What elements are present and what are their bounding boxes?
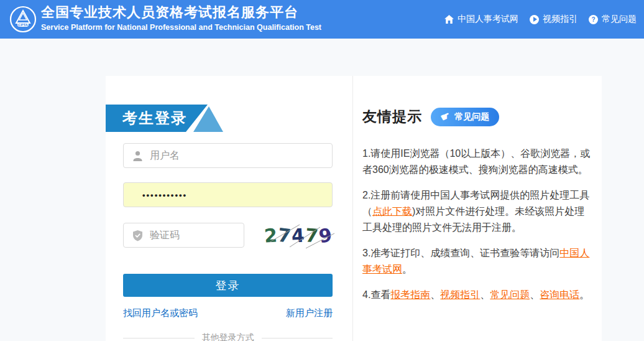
- nav-faq[interactable]: ? 常见问题: [589, 14, 637, 25]
- tips-list: 1.请使用IE浏览器（10以上版本）、谷歌浏览器，或者360浏览器的极速模式、搜…: [362, 146, 591, 312]
- login-links-row: 找回用户名或密码 新用户注册: [123, 307, 333, 319]
- nav-cpta-site[interactable]: 中国人事考试网: [444, 14, 518, 25]
- cpta-logo: CPTA: [9, 5, 37, 34]
- captcha-image[interactable]: 27479: [261, 221, 336, 250]
- header: CPTA 全国专业技术人员资格考试报名服务平台 Service Platform…: [0, 0, 644, 39]
- password-input[interactable]: [124, 183, 332, 207]
- tip-text: 。: [579, 289, 589, 300]
- tip-text: 4.查看: [362, 289, 390, 300]
- question-icon: ?: [589, 15, 598, 24]
- other-login-divider: 其他登录方式: [123, 332, 333, 341]
- login-button[interactable]: 登录: [123, 274, 333, 297]
- tip-text: 1.请使用IE浏览器（10以上版本）、谷歌浏览器，或者360浏览器的极速模式、搜…: [362, 148, 590, 175]
- register-link[interactable]: 新用户注册: [286, 307, 333, 319]
- tip-link[interactable]: 报考指南: [390, 289, 430, 300]
- username-field[interactable]: [123, 143, 333, 168]
- faq-button[interactable]: ☛ 常见问题: [431, 108, 499, 126]
- nav-label: 常见问题: [602, 14, 637, 25]
- password-field[interactable]: [123, 182, 333, 207]
- site-title: 全国专业技术人员资格考试报名服务平台: [41, 4, 321, 21]
- site-title-block: 全国专业技术人员资格考试报名服务平台 Service Platform for …: [41, 4, 321, 32]
- tip-text: 。: [402, 264, 412, 274]
- captcha-field[interactable]: [123, 223, 244, 248]
- play-icon: [530, 15, 539, 24]
- pointing-hand-icon: ☛: [439, 110, 452, 124]
- divider-line: [123, 338, 195, 339]
- tips-header: 友情提示 ☛ 常见问题: [362, 107, 499, 126]
- divider-line: [262, 338, 333, 339]
- user-icon: [132, 150, 144, 162]
- tip-link[interactable]: 视频指引: [440, 289, 480, 300]
- login-panel-title: 考生登录: [122, 105, 187, 132]
- site-subtitle: Service Platform for National Profession…: [41, 22, 321, 32]
- svg-text:CPTA: CPTA: [18, 23, 29, 27]
- shield-icon: [132, 230, 144, 241]
- tip-text: 、: [430, 289, 440, 300]
- tip-link[interactable]: 点此下载: [372, 206, 412, 217]
- nav-label: 视频指引: [543, 14, 577, 25]
- tip-link[interactable]: 常见问题: [490, 289, 530, 300]
- forgot-password-link[interactable]: 找回用户名或密码: [123, 307, 198, 319]
- captcha-noise-lines: [261, 221, 336, 250]
- tip-item: 2.注册前请使用中国人事考试网提供的照片处理工具（点此下载)对照片文件进行处理。…: [362, 187, 591, 236]
- nav-video-guide[interactable]: 视频指引: [530, 14, 577, 25]
- tips-title: 友情提示: [362, 107, 422, 126]
- top-nav: 中国人事考试网 视频指引 ? 常见问题: [444, 0, 637, 39]
- tip-link[interactable]: 咨询电话: [540, 289, 579, 300]
- nav-label: 中国人事考试网: [458, 14, 518, 25]
- other-login-label: 其他登录方式: [202, 332, 254, 341]
- faq-button-label: 常见问题: [454, 111, 489, 123]
- home-icon: [444, 15, 454, 24]
- tip-text: 、: [480, 289, 490, 300]
- username-input[interactable]: [124, 144, 332, 167]
- tip-item: 4.查看报考指南、视频指引、常见问题、咨询电话。: [362, 287, 591, 303]
- tip-text: 、: [530, 289, 540, 300]
- tip-item: 3.准考证打印、成绩查询、证书查验等请访问中国人事考试网。: [362, 245, 591, 278]
- tip-item: 1.请使用IE浏览器（10以上版本）、谷歌浏览器，或者360浏览器的极速模式、搜…: [362, 146, 591, 178]
- column-divider: [352, 76, 353, 341]
- main-card: 考生登录 27479 登录 找回用户名或密码 新用户注册 其他登录方式: [106, 76, 602, 341]
- tip-text: 3.准考证打印、成绩查询、证书查验等请访问: [362, 248, 559, 258]
